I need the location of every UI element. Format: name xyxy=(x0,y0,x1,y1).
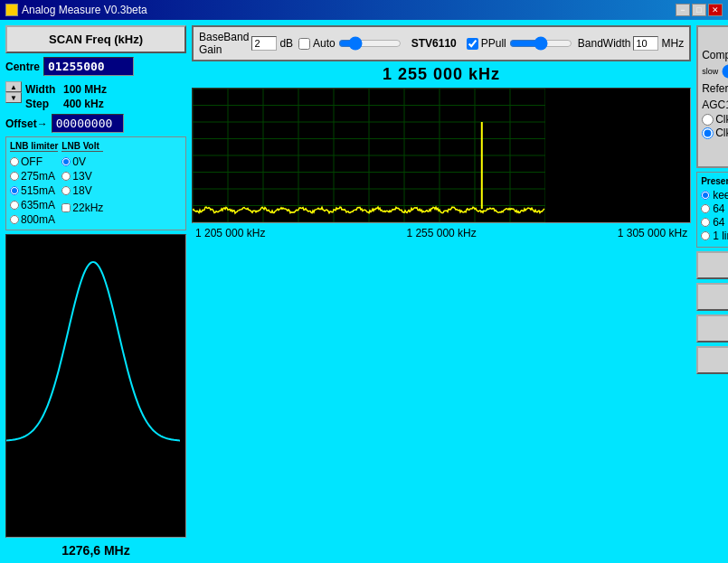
ppull-slider[interactable] xyxy=(509,37,572,50)
stv-name: STV6110 xyxy=(407,37,461,50)
ppull-checkbox[interactable] xyxy=(467,38,478,50)
clk16-label: Clk/16 xyxy=(715,127,728,139)
clk16-radio[interactable] xyxy=(702,127,714,139)
volt-13v-radio[interactable] xyxy=(61,172,71,181)
freq-display: 1 255 000 kHz xyxy=(192,65,691,84)
comp-speed-label: Compensation Speed xyxy=(702,49,728,61)
bottom-freq-label: 1276,6 MHz xyxy=(5,543,186,558)
agc-unit-label: AGC1 Unit = xyxy=(702,99,728,111)
close-button[interactable]: ✕ xyxy=(708,4,723,16)
step-value: 400 kHz xyxy=(63,98,104,110)
baseband-input[interactable] xyxy=(251,36,277,51)
lnb-515-radio[interactable] xyxy=(10,186,19,195)
clk64-label: Clk/64 xyxy=(715,113,728,126)
bandwidth-label: BandWidth xyxy=(578,37,631,50)
offset-input[interactable] xyxy=(52,114,124,133)
width-up-button[interactable]: ▲ xyxy=(5,81,22,92)
upper-freq-label: 1 305 000 kHz xyxy=(618,227,687,239)
auto-checkbox[interactable] xyxy=(298,38,310,50)
maximize-button[interactable]: □ xyxy=(692,4,706,16)
baseband-label: BaseBand Gain xyxy=(199,31,249,56)
lnb-275-radio[interactable] xyxy=(10,172,19,181)
auto-label: Auto xyxy=(313,37,336,50)
reference-label: Reference xyxy=(702,82,728,95)
offset-label: Offset→ xyxy=(5,117,48,130)
width-label: Width xyxy=(25,83,58,96)
clk64-radio[interactable] xyxy=(702,114,714,126)
step-label: Step xyxy=(25,98,58,110)
center-freq-label: 1 255 000 kHz xyxy=(406,227,476,239)
clear-button[interactable]: Clear xyxy=(696,283,728,311)
width-down-button[interactable]: ▼ xyxy=(5,92,22,103)
pres-64-3d-radio[interactable] xyxy=(701,218,710,227)
bb-slider[interactable] xyxy=(338,37,402,50)
khz22-checkbox[interactable] xyxy=(61,203,71,212)
full-scan-button[interactable]: Full scan xyxy=(696,251,728,279)
lnb-limiter-title: LNB limiter xyxy=(10,141,58,152)
ppull-label: PPull xyxy=(481,37,506,50)
agc-title: AGC1 xyxy=(702,31,728,44)
quit-button[interactable]: Quit xyxy=(696,346,728,374)
comp-speed-slider[interactable] xyxy=(722,65,728,78)
lnb-635-radio[interactable] xyxy=(10,201,19,210)
centre-input[interactable] xyxy=(43,57,134,76)
pres-64-radio[interactable] xyxy=(701,204,710,213)
app-icon xyxy=(5,4,18,16)
minimize-button[interactable]: − xyxy=(676,4,690,16)
khz22-label: 22kHz xyxy=(72,202,103,214)
upper-spectrum-area xyxy=(192,88,691,223)
lnb-800-radio[interactable] xyxy=(10,215,19,224)
bottom-spectrum-area xyxy=(5,234,186,538)
pres-keep-radio[interactable] xyxy=(701,191,710,200)
presentation-box: Presentation mode keep lines 64 lines 64… xyxy=(696,172,728,248)
title-bar: Analog Measure V0.3beta − □ ✕ xyxy=(0,0,728,20)
centre-label: Centre xyxy=(5,61,40,73)
bandwidth-input[interactable] xyxy=(633,36,658,51)
pause-button[interactable]: Pause xyxy=(696,314,728,342)
lower-freq-label: 1 205 000 kHz xyxy=(195,227,265,239)
slow-label: slow xyxy=(702,67,718,76)
pres-1-radio[interactable] xyxy=(701,231,710,240)
baseband-unit: dB xyxy=(279,37,293,50)
width-value: 100 MHz xyxy=(63,83,107,96)
app-title: Analog Measure V0.3beta xyxy=(22,4,147,16)
lnb-off-radio[interactable] xyxy=(10,157,19,166)
lnb-volt-title: LNB Volt xyxy=(61,141,103,152)
scan-freq-button[interactable]: SCAN Freq (kHz) xyxy=(5,25,186,53)
volt-0v-radio[interactable] xyxy=(61,157,71,166)
bandwidth-unit: MHz xyxy=(661,37,684,50)
presentation-title: Presentation mode xyxy=(701,176,728,186)
volt-18v-radio[interactable] xyxy=(61,186,71,195)
